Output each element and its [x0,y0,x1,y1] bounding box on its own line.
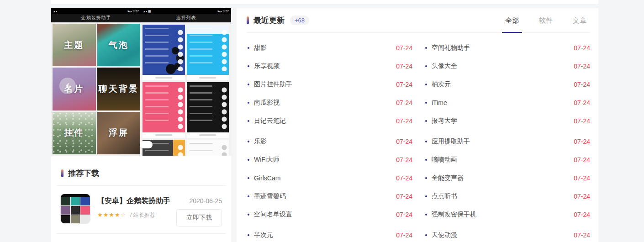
carousel-indicator[interactable] [140,141,153,148]
item-name: iTime [432,99,574,106]
list-item[interactable]: 强制改密保手机07-24 [424,205,590,224]
tile-label: 挂件 [64,127,84,139]
bullet-icon [425,65,427,67]
item-date: 07-24 [396,193,412,200]
list-item[interactable]: 柚次元07-24 [424,75,590,94]
list-item[interactable]: 头像大全07-24 [424,57,590,75]
bullet-icon [425,214,427,216]
star-empty: ☆ [121,211,126,218]
list-item[interactable]: 图片挂件助手07-24 [247,75,412,94]
item-name: 应用提取助手 [432,137,574,146]
tile-chat-bg: 聊天背景 [97,68,141,110]
left-phone-title: 企鹅装扮助手 [51,14,141,22]
recent-updates-header: 最近更新 +68 全部 软件 文章 [247,8,590,33]
bullet-icon [425,234,427,236]
tab-all[interactable]: 全部 [505,8,519,33]
list-item[interactable]: GirlsCam07-24 [247,169,412,187]
app-screenshot-thumb [187,82,229,138]
list-item[interactable]: 空间名单设置07-24 [247,205,412,224]
bullet-icon [425,102,427,104]
item-name: 空间礼物助手 [432,44,574,52]
list-item[interactable]: 甜影07-24 [247,39,412,57]
recommend-app-title[interactable]: 【安卓】企鹅装扮助手 [97,196,176,206]
bullet-icon [248,214,249,216]
bullet-icon [248,177,249,179]
bullet-icon [425,120,427,122]
item-name: 天使动漫 [432,231,574,239]
tile-float: 浮屏 [97,112,141,154]
list-item[interactable]: 南瓜影视07-24 [247,94,412,112]
right-phone-title: 选择列表 [141,14,231,22]
tab-software[interactable]: 软件 [539,8,553,33]
phone-status-bars: ▴ ▪ ▾▴▪ 9:27 ▴ ▪ ▦ ▾▴▪ 9:27 企鹅装扮助手 选择列表 [51,8,231,22]
promo-carousel[interactable]: ▴ ▪ ▾▴▪ 9:27 ▴ ▪ ▦ ▾▴▪ 9:27 企鹅装扮助手 选择列表 … [51,8,231,156]
item-date: 07-24 [574,81,590,88]
item-date: 07-24 [574,211,590,218]
list-item[interactable]: 报考大学07-24 [424,112,590,130]
tile-label: 聊天背景 [99,83,139,95]
bullet-icon [425,177,427,179]
recent-updates-panel: 最近更新 +68 全部 软件 文章 甜影07-24 乐享视频07-24 图片挂件… [237,8,598,242]
item-date: 07-24 [396,117,412,125]
status-clock: ▾▴▪ 9:27 [127,8,139,14]
item-date: 07-24 [396,156,412,163]
item-date: 07-24 [574,44,590,52]
carousel-prev-button[interactable]: ‹ [59,78,76,94]
thumb-statusbar [61,194,90,197]
recommend-actions: 2020-06-25 立即下载 [176,194,222,226]
recommend-card[interactable]: 【安卓】企鹅装扮助手 ★★★★☆ / 站长推荐 2020-06-25 立即下载 [51,186,231,226]
list-item[interactable]: 乐享视频07-24 [247,57,412,75]
app-screenshot-thumb [143,25,185,80]
download-button[interactable]: 立即下载 [176,209,222,226]
list-item[interactable]: 天使动漫07-24 [424,226,590,242]
item-name: 日记云笔记 [254,117,396,125]
list-item[interactable]: 半次元07-24 [247,226,412,242]
bullet-icon [425,47,427,49]
thumb-cell [61,197,70,205]
screenshot-blue [143,25,185,75]
updates-column-right: 空间礼物助手07-24 头像大全07-24 柚次元07-24 iTime07-2… [424,39,590,242]
bullet-icon [425,141,427,142]
list-item[interactable]: 应用提取助手07-24 [424,132,590,151]
list-item[interactable]: iTime07-24 [424,94,590,112]
screenshot-cyan [187,25,229,75]
list-item[interactable]: 全能变声器07-24 [424,169,590,187]
item-date: 07-24 [574,156,590,163]
list-item[interactable]: 墨迹雪碧码07-24 [247,187,412,205]
list-item[interactable]: 空间礼物助手07-24 [424,39,590,57]
penguin-art [174,63,180,69]
screenshot-black [187,82,229,132]
item-name: 乐享视频 [254,62,396,70]
recommend-info: 【安卓】企鹅装扮助手 ★★★★☆ / 站长推荐 [90,194,176,219]
tab-articles[interactable]: 文章 [573,8,586,33]
list-item[interactable]: 乐影07-24 [247,132,412,151]
bullet-icon [248,234,249,236]
item-name: GirlsCam [254,174,396,182]
thumb-cell [80,215,90,223]
tile-bubble: 气泡 [97,24,141,66]
status-clock: ▾▴▪ 9:27 [217,8,229,14]
item-name: 乐影 [254,137,396,146]
item-date: 07-24 [574,63,590,70]
bullet-icon [425,195,427,197]
bullet-icon [248,159,249,161]
list-item[interactable]: 点点听书07-24 [424,187,590,205]
item-name: WiFi大师 [254,156,396,164]
item-date: 07-24 [396,44,412,52]
item-date: 07-24 [574,231,590,239]
app-screenshot-thumb [187,140,229,156]
recommend-meta: ★★★★☆ / 站长推荐 [97,211,176,219]
list-item[interactable]: 日记云笔记07-24 [247,112,412,130]
list-item[interactable]: WiFi大师07-24 [247,151,412,169]
updates-list: 甜影07-24 乐享视频07-24 图片挂件助手07-24 南瓜影视07-24 … [247,33,590,242]
thumb-cell [80,206,90,214]
recommend-section-title: 推荐下载 [68,168,99,179]
bullet-icon [425,84,427,85]
bullet-icon [248,84,249,85]
item-name: 半次元 [254,231,396,239]
theme-screenshots [141,22,231,156]
item-date: 07-24 [574,138,590,145]
new-count-badge: +68 [290,16,309,25]
item-date: 07-24 [396,138,412,145]
list-item[interactable]: 嘀嘀动画07-24 [424,151,590,169]
